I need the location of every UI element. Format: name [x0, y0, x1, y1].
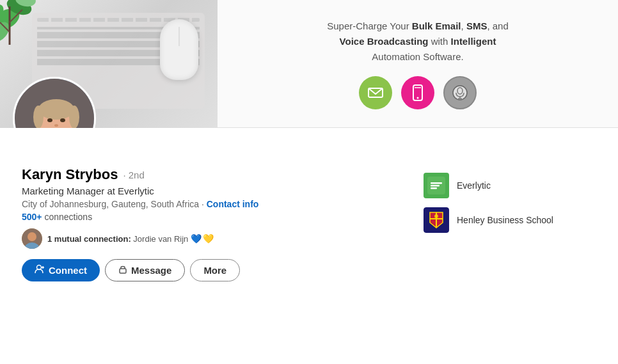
location-text: City of Johannesburg, Gauteng, South Afr… — [22, 199, 199, 209]
svg-rect-36 — [431, 187, 437, 189]
connections-label: connections — [42, 212, 93, 222]
mutual-text: 1 mutual connection: Jordie van Rijn 💙 💛 — [47, 233, 214, 244]
henley-logo — [424, 207, 449, 233]
message-label: Message — [131, 265, 171, 276]
connect-person-icon — [35, 264, 45, 276]
mutual-avatar — [22, 228, 42, 249]
mutual-count: 1 mutual connection: — [47, 234, 131, 244]
email-icon-button[interactable] — [359, 76, 392, 109]
location-separator: · — [202, 199, 207, 209]
everlytic-name: Everlytic — [457, 180, 491, 191]
mutual-name: Jordie van Rijn — [133, 234, 188, 244]
profile-location: City of Johannesburg, Gauteng, South Afr… — [22, 199, 424, 209]
svg-point-13 — [33, 106, 44, 128]
profile-right: Everlytic Henley Business — [424, 166, 603, 351]
ad-text: Super-Charge Your Bulk Email, SMS, and V… — [327, 19, 509, 65]
svg-point-16 — [60, 118, 65, 122]
ad-icons-row — [359, 76, 477, 109]
heart-icons: 💙 💛 — [191, 233, 214, 244]
more-label: More — [203, 265, 226, 276]
profile-name-row: Karyn Strybos · 2nd — [22, 166, 424, 183]
more-button[interactable]: More — [190, 259, 240, 281]
profile-left: Karyn Strybos · 2nd Marketing Manager at… — [15, 166, 424, 351]
everlytic-logo — [424, 173, 449, 198]
profile-name: Karyn Strybos — [22, 166, 118, 183]
connect-button[interactable]: Connect — [22, 259, 100, 281]
ad-bold-sms: SMS — [466, 20, 487, 31]
voice-icon-button[interactable] — [443, 76, 477, 109]
svg-point-40 — [434, 214, 438, 218]
profile-area: Karyn Strybos · 2nd Marketing Manager at… — [0, 128, 618, 364]
top-banner: Super-Charge Your Bulk Email, SMS, and V… — [0, 0, 618, 128]
profile-title: Marketing Manager at Everlytic — [22, 186, 424, 196]
svg-rect-32 — [120, 269, 126, 273]
company-item-everlytic[interactable]: Everlytic — [424, 173, 603, 198]
heart-blue: 💙 — [191, 233, 202, 244]
heart-yellow: 💛 — [203, 233, 214, 244]
mutual-connections-row: 1 mutual connection: Jordie van Rijn 💙 💛 — [22, 228, 424, 249]
svg-point-15 — [47, 118, 52, 122]
henley-name: Henley Business School — [457, 215, 553, 225]
connect-label: Connect — [49, 265, 87, 276]
svg-point-20 — [417, 97, 419, 99]
connections-number: 500+ — [22, 212, 42, 222]
sms-icon-button[interactable] — [401, 76, 434, 109]
svg-point-12 — [38, 99, 74, 120]
ad-bold-voice: Voice Broadcasting — [340, 36, 429, 47]
message-button[interactable]: Message — [105, 259, 185, 281]
banner-right: Super-Charge Your Bulk Email, SMS, and V… — [218, 0, 618, 128]
contact-info-link[interactable]: Contact info — [207, 199, 259, 209]
connection-degree: · 2nd — [123, 170, 144, 180]
svg-rect-34 — [431, 182, 442, 184]
connections-count: 500+ connections — [22, 212, 424, 222]
banner-left — [0, 0, 218, 128]
mouse-decoration — [160, 19, 198, 80]
svg-point-14 — [69, 106, 79, 128]
ad-bold-intelligent: Intelligent — [451, 36, 496, 47]
svg-point-17 — [54, 124, 58, 127]
page-wrapper: Super-Charge Your Bulk Email, SMS, and V… — [0, 0, 618, 364]
svg-point-27 — [28, 232, 36, 241]
svg-rect-35 — [431, 185, 440, 187]
action-buttons: Connect Message More — [22, 259, 424, 281]
ad-bold-email: Bulk Email — [412, 20, 461, 31]
message-lock-icon — [118, 265, 127, 276]
company-item-henley[interactable]: Henley Business School — [424, 207, 603, 233]
